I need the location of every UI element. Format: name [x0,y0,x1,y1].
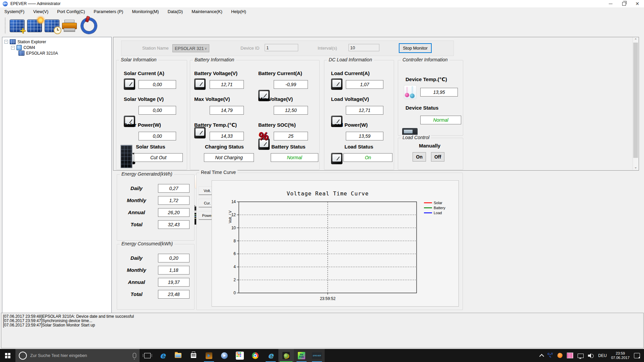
toolbar-drag-handle[interactable] [5,18,6,34]
load-control-group: Load Control Manually On Off [398,138,463,170]
tree-device-label: EPSOLAR 3210A [26,51,58,56]
menu-help[interactable]: Help(H) [231,9,246,14]
network-icon[interactable] [578,354,584,358]
close-button[interactable]: ✕ [631,0,644,7]
group-title: Solar Information [119,57,158,62]
load-on-button[interactable]: On [413,152,426,162]
y-tick: 4 [233,264,236,269]
gauge-icon [124,78,135,90]
collapse-icon[interactable]: − [11,46,15,50]
manually-label: Manually [419,143,440,148]
tree-item-station-explorer[interactable]: − Station Explorer [4,39,46,44]
taskbar-app-ball-player[interactable] [217,349,232,362]
station-time-button[interactable] [45,19,59,32]
restore-button[interactable] [617,0,631,7]
y-tick: 0 [233,291,236,295]
menu-data[interactable]: Data(D) [168,9,183,14]
device-temp-label: Device Temp.(℃) [406,76,447,82]
scrollbar-thumb[interactable] [633,43,638,158]
tray-time: 23:59 [611,351,630,356]
taskbar-search[interactable]: Zur Suche Text hier eingeben [15,349,140,362]
daily-label: Daily [123,185,150,191]
folder-icon [175,353,181,358]
taskbar-app-epever[interactable]: EPEVER [309,349,325,362]
legend-label-solar: Solar [434,201,442,205]
print-button[interactable] [62,20,76,32]
collapse-icon[interactable]: − [4,40,8,44]
task-view-icon [144,353,151,358]
group-title: DC Load Information [327,57,374,62]
load-off-button[interactable]: Off [431,152,444,162]
language-indicator[interactable]: DEU [598,353,607,358]
start-button[interactable] [0,349,15,362]
group-title: Real Time Curve [199,170,237,175]
battery-status-label: Battery Status [271,144,306,149]
menu-maintenance[interactable]: Maintenance(K) [192,9,222,14]
annual-label: Annual [123,279,150,285]
load-power-label: Load Power(W) [331,122,368,128]
tray-date: 07.06.2017 [611,356,630,360]
energy-consumed-group: Energy Consumed(kWh) Daily 0,20 Monthly … [117,244,195,310]
device-id-input[interactable] [265,44,298,51]
tray-expand-icon[interactable] [539,354,544,358]
system-tray: C₂T✎ DEU 23:59 07.06.2017 [540,349,644,362]
interval-input[interactable] [348,44,379,51]
gauge-icon [194,78,206,90]
add-station-button[interactable]: + [10,19,24,32]
load-voltage-label: Load Voltage(V) [331,96,369,102]
monthly-generated-value: 1,72 [158,196,190,205]
taskbar-app-grid[interactable] [232,349,248,362]
power-exit-button[interactable] [81,18,97,34]
c2t-tray-icon[interactable]: C₂T✎ [548,353,553,359]
menu-system[interactable]: System(F) [4,9,24,14]
epever-window-icon: EPEVER [312,352,322,359]
avast-icon[interactable] [557,353,562,358]
com-port-icon [16,45,22,50]
y-tick: 8 [233,239,236,243]
menu-port-config[interactable]: Port Config(C) [57,9,85,14]
taskbar-app-media-player[interactable] [201,349,217,362]
barcode-tray-icon[interactable] [567,353,573,358]
chevron-down-icon: ∨ [205,47,207,50]
chart-title: Voltage Real Time Curve [287,190,369,197]
menu-parameters[interactable]: Parameters (P) [94,9,123,14]
battery-information-group: Battery Information Battery Voltage(V) 1… [190,60,320,170]
sun-icon [38,17,44,23]
tree-port-label: COM4 [23,45,35,50]
device-id-label: Device ID [240,46,259,51]
taskbar-app-file-explorer[interactable] [170,349,186,362]
menu-view[interactable]: View(V) [33,9,48,14]
taskbar-app-chrome[interactable] [248,349,263,362]
total-label: Total [123,291,150,297]
station-name-dropdown[interactable]: EPSOLAR 321 ∨ [172,44,209,52]
clock[interactable]: 23:59 07.06.2017 [611,351,630,360]
log-box[interactable]: [07.06.2017 23:59:48]EPSOLAR 3210A: Devi… [1,313,644,348]
taskbar-app-internet-explorer[interactable]: e [263,349,278,362]
task-view-button[interactable] [140,349,155,362]
microphone-icon[interactable] [133,353,136,358]
tree-item-device[interactable]: EPSOLAR 3210A [18,51,58,56]
dc-load-information-group: DC Load Information Load Current(A) 1,07… [324,60,394,170]
y-tick: 14 [231,199,236,204]
charging-status-label: Charging Status [205,144,244,149]
log-line: [07.06.2017 23:59:47]Solar Station Monit… [3,323,95,327]
taskbar-app-fixfoto[interactable]: FixFoto [294,349,309,362]
taskbar-app-solar-monitor[interactable] [278,349,294,362]
scroll-down-icon[interactable]: ⌄ [634,165,638,169]
load-current-label: Load Current(A) [331,70,370,76]
station-explorer-panel: − Station Explorer − COM4 EPSOLAR 3210A [2,37,112,313]
device-status-label: Device Status [406,105,438,111]
volume-icon[interactable] [588,353,594,358]
stop-monitor-button[interactable]: Stop Monitor [399,43,432,53]
tree-item-com4[interactable]: − COM4 [11,45,35,50]
printer-paper [64,28,75,32]
taskbar-app-edge[interactable]: e [155,349,170,362]
scroll-up-icon[interactable]: ⌃ [634,38,638,42]
menu-monitoring[interactable]: Monitoring(M) [132,9,159,14]
device-temp-value: 13,95 [420,88,458,97]
taskbar-app-store[interactable] [186,349,201,362]
minimize-button[interactable] [604,0,617,7]
station-monitor-button[interactable] [27,19,42,32]
panel-scrollbar[interactable]: ⌃ ⌄ [633,37,639,170]
action-center-icon[interactable] [634,353,640,358]
